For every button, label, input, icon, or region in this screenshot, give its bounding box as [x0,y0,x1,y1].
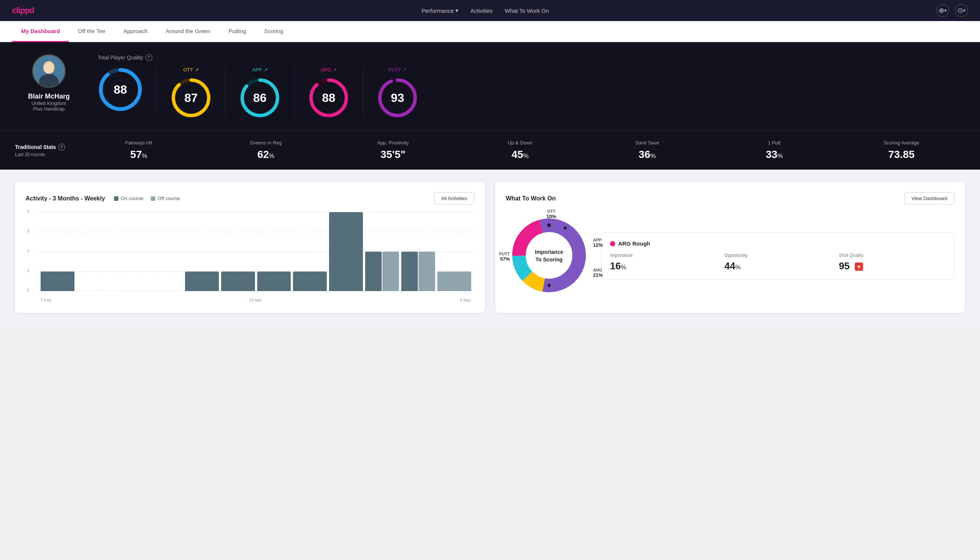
bar-on-course-7 [293,272,327,292]
bar-group-10 [401,252,435,291]
stats-label: Traditional Stats ? [15,144,75,150]
tab-around-the-green[interactable]: Around the Green [156,21,219,42]
all-activities-button[interactable]: All Activities [434,192,474,205]
putt-donut-label: PUTT 57% [499,252,510,262]
info-metric-importance: Importance 16% [610,253,717,272]
bar-group-9 [365,252,399,291]
bar-off-course-10 [419,252,435,291]
off-course-dot [151,196,155,201]
bar-on-course-5 [221,272,255,292]
chevron-down-icon-add: ▾ [944,8,947,13]
bar-group-11 [438,272,471,292]
score-card-arg: ARG ↗ 88 [294,67,363,118]
stats-sublabel: Last 20 rounds [15,152,75,157]
info-metrics: Importance 16% Opportunity 44% Shot Qual… [610,253,946,272]
svg-point-19 [547,223,551,227]
score-card-ott: OTT ↗ 87 [157,67,226,118]
stats-bar: Traditional Stats ? Last 20 rounds Fairw… [0,130,980,170]
activity-card-title: Activity - 3 Months - Weekly [26,195,105,202]
ott-score-value: 87 [184,91,198,105]
legend-on-course: On course [114,195,143,201]
app-label: APP ↗ [252,67,267,73]
tab-putting[interactable]: Putting [220,21,255,42]
nav-performance-label: Performance [421,8,454,14]
tab-off-the-tee[interactable]: Off the Tee [69,21,114,42]
score-rings: 88 OTT ↗ 87 [98,67,965,118]
nav-right: ⊕ ▾ ⊙ ▾ [937,4,968,17]
work-on-card: What To Work On View Dashboard [495,182,965,313]
total-quality-label: Total Player Quality ? [98,54,965,61]
bars-container [38,212,474,291]
top-nav: clippd Performance ▾ Activities What To … [0,0,980,21]
nav-work-on-label: What To Work On [505,8,549,14]
activity-card: Activity - 3 Months - Weekly On course O… [15,182,485,313]
donut-chart [506,212,592,298]
activity-card-header: Activity - 3 Months - Weekly On course O… [26,192,474,205]
nav-links: Performance ▾ Activities What To Work On [421,7,549,14]
bar-on-course-0 [41,272,75,292]
svg-point-21 [547,284,551,287]
arrow-up-icon-putt: ↗ [403,67,406,73]
arg-donut-label: ARG 21% [593,268,603,278]
profile-handicap: Plus Handicap [33,106,65,112]
nav-performance[interactable]: Performance ▾ [421,7,458,14]
nav-activities[interactable]: Activities [471,8,492,14]
arrow-up-icon-app: ↗ [264,67,268,73]
stat-1-putt: 1 Putt 33% [711,140,838,161]
chevron-down-icon-user: ▾ [963,8,965,13]
stat-scoring-average: Scoring Average 73.85 [838,140,965,161]
chevron-down-icon: ▾ [456,7,458,14]
putt-label: PUTT ↗ [388,67,407,73]
profile-name: Blair McHarg [28,93,70,100]
down-badge: ▼ [855,263,863,271]
bar-on-course-8 [329,212,363,291]
main-content: Activity - 3 Months - Weekly On course O… [0,170,980,325]
bar-group-8 [329,212,363,291]
putt-score-value: 93 [391,91,404,105]
scores-section: Total Player Quality ? 88 [98,54,965,118]
info-card-title: ARG Rough [610,240,946,247]
score-card-total: 88 [98,67,157,112]
logo: clippd [12,6,34,15]
ott-label: OTT ↗ [183,67,199,73]
stat-fairways-hit: Fairways Hit 57% [75,140,202,161]
tab-my-dashboard[interactable]: My Dashboard [12,21,69,42]
profile-section: Blair McHarg United Kingdom Plus Handica… [15,54,83,112]
bar-on-course-10 [401,252,418,291]
stats-help-icon[interactable]: ? [58,144,65,150]
user-menu-button[interactable]: ⊙ ▾ [955,4,968,17]
bar-on-course-4 [185,272,219,292]
donut-area: Importance To Scoring PUTT 57% OTT 10% A… [506,212,954,300]
stats-label-section: Traditional Stats ? Last 20 rounds [15,144,75,157]
tab-approach[interactable]: Approach [114,21,156,42]
user-icon: ⊙ [957,7,963,15]
total-score-value: 88 [113,83,127,97]
ott-donut-label: OTT 10% [546,209,556,219]
bar-group-7 [293,272,327,292]
bar-group-3 [149,290,183,291]
nav-activities-label: Activities [471,8,492,14]
plus-icon: ⊕ [938,7,944,15]
x-label-may: 9 May [460,298,471,302]
activity-legend: On course Off course [114,195,180,201]
bar-on-course-9 [365,252,382,291]
view-dashboard-button[interactable]: View Dashboard [904,192,954,205]
work-on-title: What To Work On [506,195,556,202]
stat-app-proximity: App. Proximity 35'5" [329,140,456,161]
info-metric-shot-quality: Shot Quality 95 ▼ [839,253,946,272]
svg-point-3 [44,63,54,73]
stat-up-down: Up & Down 45% [456,140,584,161]
score-card-app: APP ↗ 86 [226,67,294,118]
x-label-feb: 7 Feb [41,298,51,302]
help-icon[interactable]: ? [146,54,152,61]
add-button[interactable]: ⊕ ▾ [937,4,949,17]
on-course-dot [114,196,118,201]
bar-group-2 [113,290,146,291]
tab-scoring[interactable]: Scoring [255,21,292,42]
bar-on-course-6 [257,272,291,292]
profile-country: United Kingdom [32,100,67,106]
avatar [32,54,66,88]
nav-what-to-work-on[interactable]: What To Work On [505,8,549,14]
work-on-card-header: What To Work On View Dashboard [506,192,954,205]
x-labels: 7 Feb 28 Mar 9 May [38,298,474,302]
